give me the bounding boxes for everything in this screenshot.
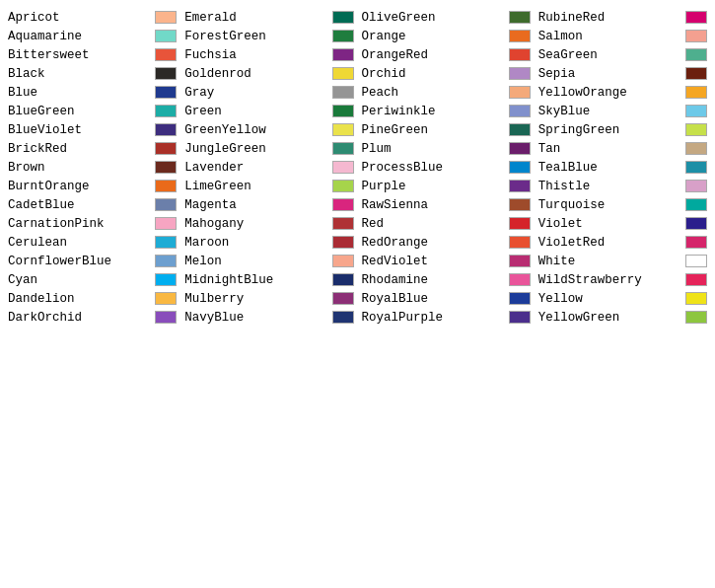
list-item: Blue (4, 83, 180, 102)
list-item: VioletRed (535, 233, 711, 252)
color-swatch (332, 105, 354, 117)
color-swatch (509, 48, 531, 61)
color-label: Apricot (8, 11, 151, 25)
color-swatch (685, 217, 707, 230)
color-swatch (685, 11, 707, 24)
color-label: Yellow (538, 292, 681, 306)
color-swatch (509, 311, 531, 324)
list-item: Periwinkle (358, 102, 535, 120)
list-item: RoyalPurple (358, 308, 535, 327)
color-label: Black (8, 67, 151, 81)
color-label: Gray (184, 86, 327, 100)
color-label: Plum (362, 142, 505, 156)
color-swatch (332, 180, 354, 192)
color-label: RawSienna (362, 198, 505, 212)
color-label: Rhodamine (362, 273, 505, 287)
color-swatch (155, 105, 177, 117)
color-label: YellowGreen (538, 311, 681, 325)
color-swatch (332, 11, 354, 24)
color-swatch (155, 48, 177, 61)
color-swatch (155, 217, 177, 230)
color-label: MidnightBlue (184, 273, 327, 287)
color-label: Blue (8, 86, 151, 100)
color-swatch (332, 255, 354, 267)
color-swatch (155, 255, 177, 267)
color-swatch (685, 67, 707, 80)
color-label: Violet (538, 217, 681, 231)
list-item: TealBlue (535, 158, 711, 177)
color-label: Melon (184, 255, 327, 268)
list-item: White (535, 252, 711, 270)
list-item: Orange (358, 27, 535, 45)
color-label: Magenta (184, 198, 327, 212)
color-swatch (685, 180, 707, 192)
list-item: MidnightBlue (180, 270, 357, 289)
color-swatch (509, 30, 531, 42)
color-swatch (509, 292, 531, 305)
color-swatch (685, 48, 707, 61)
color-swatch (509, 217, 531, 230)
color-swatch (155, 311, 177, 324)
list-item: Rhodamine (358, 270, 535, 289)
color-swatch (155, 86, 177, 99)
list-item: CadetBlue (4, 195, 180, 214)
color-column-3: RubineRedSalmonSeaGreenSepiaYellowOrange… (535, 8, 711, 327)
list-item: Melon (180, 252, 357, 270)
color-swatch (509, 198, 531, 211)
color-swatch (332, 311, 354, 324)
color-label: Brown (8, 161, 151, 175)
list-item: Brown (4, 158, 180, 177)
color-swatch (509, 11, 531, 24)
color-swatch (332, 198, 354, 211)
list-item: DarkOrchid (4, 308, 180, 327)
color-swatch (509, 105, 531, 117)
list-item: Dandelion (4, 289, 180, 308)
color-label: SpringGreen (538, 123, 681, 137)
color-label: BlueViolet (8, 123, 151, 137)
color-swatch (509, 180, 531, 192)
color-label: Red (362, 217, 505, 231)
color-swatch (685, 161, 707, 174)
color-swatch (685, 292, 707, 305)
color-swatch (155, 161, 177, 174)
list-item: Salmon (535, 27, 711, 45)
list-item: RoyalBlue (358, 289, 535, 308)
color-label: Goldenrod (184, 67, 327, 81)
list-item: OrangeRed (358, 45, 535, 64)
color-label: LimeGreen (184, 180, 327, 193)
color-label: ProcessBlue (362, 161, 505, 175)
list-item: Purple (358, 177, 535, 195)
color-label: RedOrange (362, 236, 505, 250)
color-label: Fuchsia (184, 48, 327, 62)
color-swatch (685, 86, 707, 99)
color-label: Orange (362, 30, 505, 43)
list-item: RedOrange (358, 233, 535, 252)
list-item: Plum (358, 139, 535, 158)
list-item: ProcessBlue (358, 158, 535, 177)
list-item: BlueViolet (4, 120, 180, 139)
color-swatch (155, 67, 177, 80)
color-label: Orchid (362, 67, 505, 81)
color-label: Cyan (8, 273, 151, 287)
color-label: Lavender (184, 161, 327, 175)
list-item: NavyBlue (180, 308, 357, 327)
color-label: CarnationPink (8, 217, 151, 231)
color-label: RedViolet (362, 255, 505, 268)
list-item: RedViolet (358, 252, 535, 270)
list-item: Tan (535, 139, 711, 158)
color-label: Sepia (538, 67, 681, 81)
color-label: Purple (362, 180, 505, 193)
list-item: Green (180, 102, 357, 120)
list-item: Fuchsia (180, 45, 357, 64)
list-item: Thistle (535, 177, 711, 195)
color-label: BrickRed (8, 142, 151, 156)
list-item: Mahogany (180, 214, 357, 233)
list-item: YellowGreen (535, 308, 711, 327)
list-item: Magenta (180, 195, 357, 214)
color-label: BurntOrange (8, 180, 151, 193)
color-label: BlueGreen (8, 105, 151, 118)
color-swatch (685, 311, 707, 324)
list-item: Apricot (4, 8, 180, 27)
color-label: OliveGreen (362, 11, 505, 25)
color-swatch (509, 236, 531, 249)
